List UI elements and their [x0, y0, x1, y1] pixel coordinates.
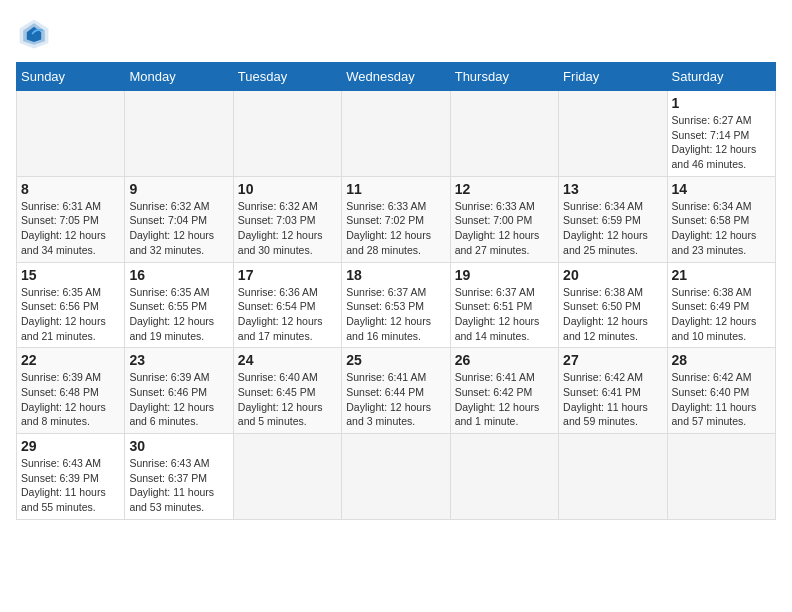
day-number: 30 — [129, 438, 228, 454]
calendar-day-cell: 24Sunrise: 6:40 AMSunset: 6:45 PMDayligh… — [233, 348, 341, 434]
calendar-day-cell: 12Sunrise: 6:33 AMSunset: 7:00 PMDayligh… — [450, 176, 558, 262]
day-info: Sunrise: 6:39 AMSunset: 6:46 PMDaylight:… — [129, 370, 228, 429]
calendar-day-cell: 23Sunrise: 6:39 AMSunset: 6:46 PMDayligh… — [125, 348, 233, 434]
day-info: Sunrise: 6:43 AMSunset: 6:37 PMDaylight:… — [129, 456, 228, 515]
calendar-day-cell — [559, 91, 667, 177]
weekday-header-cell: Sunday — [17, 63, 125, 91]
calendar-day-cell: 27Sunrise: 6:42 AMSunset: 6:41 PMDayligh… — [559, 348, 667, 434]
day-number: 21 — [672, 267, 771, 283]
logo — [16, 16, 56, 52]
day-number: 24 — [238, 352, 337, 368]
day-number: 29 — [21, 438, 120, 454]
day-number: 16 — [129, 267, 228, 283]
day-number: 12 — [455, 181, 554, 197]
day-info: Sunrise: 6:35 AMSunset: 6:55 PMDaylight:… — [129, 285, 228, 344]
day-info: Sunrise: 6:40 AMSunset: 6:45 PMDaylight:… — [238, 370, 337, 429]
day-number: 18 — [346, 267, 445, 283]
calendar-day-cell: 15Sunrise: 6:35 AMSunset: 6:56 PMDayligh… — [17, 262, 125, 348]
calendar-day-cell — [342, 91, 450, 177]
day-info: Sunrise: 6:36 AMSunset: 6:54 PMDaylight:… — [238, 285, 337, 344]
day-number: 17 — [238, 267, 337, 283]
day-info: Sunrise: 6:32 AMSunset: 7:04 PMDaylight:… — [129, 199, 228, 258]
weekday-header-cell: Monday — [125, 63, 233, 91]
weekday-header-row: SundayMondayTuesdayWednesdayThursdayFrid… — [17, 63, 776, 91]
day-number: 14 — [672, 181, 771, 197]
day-number: 19 — [455, 267, 554, 283]
day-info: Sunrise: 6:34 AMSunset: 6:59 PMDaylight:… — [563, 199, 662, 258]
calendar-week-row: 15Sunrise: 6:35 AMSunset: 6:56 PMDayligh… — [17, 262, 776, 348]
calendar-week-row: 29Sunrise: 6:43 AMSunset: 6:39 PMDayligh… — [17, 434, 776, 520]
page-header — [16, 16, 776, 52]
day-number: 20 — [563, 267, 662, 283]
weekday-header-cell: Thursday — [450, 63, 558, 91]
calendar-day-cell: 29Sunrise: 6:43 AMSunset: 6:39 PMDayligh… — [17, 434, 125, 520]
day-info: Sunrise: 6:41 AMSunset: 6:44 PMDaylight:… — [346, 370, 445, 429]
calendar-day-cell — [559, 434, 667, 520]
day-info: Sunrise: 6:37 AMSunset: 6:51 PMDaylight:… — [455, 285, 554, 344]
day-number: 11 — [346, 181, 445, 197]
calendar-day-cell: 22Sunrise: 6:39 AMSunset: 6:48 PMDayligh… — [17, 348, 125, 434]
day-info: Sunrise: 6:33 AMSunset: 7:02 PMDaylight:… — [346, 199, 445, 258]
day-number: 15 — [21, 267, 120, 283]
calendar-day-cell: 1Sunrise: 6:27 AMSunset: 7:14 PMDaylight… — [667, 91, 775, 177]
calendar-day-cell: 25Sunrise: 6:41 AMSunset: 6:44 PMDayligh… — [342, 348, 450, 434]
day-info: Sunrise: 6:42 AMSunset: 6:40 PMDaylight:… — [672, 370, 771, 429]
weekday-header-cell: Friday — [559, 63, 667, 91]
calendar-day-cell — [233, 91, 341, 177]
day-number: 28 — [672, 352, 771, 368]
calendar-week-row: 1Sunrise: 6:27 AMSunset: 7:14 PMDaylight… — [17, 91, 776, 177]
calendar-day-cell: 10Sunrise: 6:32 AMSunset: 7:03 PMDayligh… — [233, 176, 341, 262]
day-info: Sunrise: 6:42 AMSunset: 6:41 PMDaylight:… — [563, 370, 662, 429]
day-info: Sunrise: 6:27 AMSunset: 7:14 PMDaylight:… — [672, 113, 771, 172]
calendar-day-cell: 16Sunrise: 6:35 AMSunset: 6:55 PMDayligh… — [125, 262, 233, 348]
day-info: Sunrise: 6:31 AMSunset: 7:05 PMDaylight:… — [21, 199, 120, 258]
day-info: Sunrise: 6:32 AMSunset: 7:03 PMDaylight:… — [238, 199, 337, 258]
day-info: Sunrise: 6:38 AMSunset: 6:49 PMDaylight:… — [672, 285, 771, 344]
day-number: 22 — [21, 352, 120, 368]
day-info: Sunrise: 6:41 AMSunset: 6:42 PMDaylight:… — [455, 370, 554, 429]
calendar-day-cell: 17Sunrise: 6:36 AMSunset: 6:54 PMDayligh… — [233, 262, 341, 348]
calendar-table: SundayMondayTuesdayWednesdayThursdayFrid… — [16, 62, 776, 520]
day-info: Sunrise: 6:34 AMSunset: 6:58 PMDaylight:… — [672, 199, 771, 258]
weekday-header-cell: Saturday — [667, 63, 775, 91]
calendar-day-cell: 13Sunrise: 6:34 AMSunset: 6:59 PMDayligh… — [559, 176, 667, 262]
calendar-day-cell: 28Sunrise: 6:42 AMSunset: 6:40 PMDayligh… — [667, 348, 775, 434]
logo-icon — [16, 16, 52, 52]
day-number: 23 — [129, 352, 228, 368]
calendar-day-cell — [450, 91, 558, 177]
calendar-day-cell: 26Sunrise: 6:41 AMSunset: 6:42 PMDayligh… — [450, 348, 558, 434]
day-number: 13 — [563, 181, 662, 197]
calendar-day-cell: 19Sunrise: 6:37 AMSunset: 6:51 PMDayligh… — [450, 262, 558, 348]
weekday-header-cell: Wednesday — [342, 63, 450, 91]
day-info: Sunrise: 6:43 AMSunset: 6:39 PMDaylight:… — [21, 456, 120, 515]
day-info: Sunrise: 6:35 AMSunset: 6:56 PMDaylight:… — [21, 285, 120, 344]
day-info: Sunrise: 6:39 AMSunset: 6:48 PMDaylight:… — [21, 370, 120, 429]
day-number: 8 — [21, 181, 120, 197]
calendar-day-cell — [667, 434, 775, 520]
calendar-day-cell: 8Sunrise: 6:31 AMSunset: 7:05 PMDaylight… — [17, 176, 125, 262]
calendar-day-cell: 18Sunrise: 6:37 AMSunset: 6:53 PMDayligh… — [342, 262, 450, 348]
calendar-day-cell — [17, 91, 125, 177]
calendar-body: 1Sunrise: 6:27 AMSunset: 7:14 PMDaylight… — [17, 91, 776, 520]
day-number: 1 — [672, 95, 771, 111]
calendar-week-row: 22Sunrise: 6:39 AMSunset: 6:48 PMDayligh… — [17, 348, 776, 434]
calendar-day-cell: 30Sunrise: 6:43 AMSunset: 6:37 PMDayligh… — [125, 434, 233, 520]
day-info: Sunrise: 6:37 AMSunset: 6:53 PMDaylight:… — [346, 285, 445, 344]
calendar-day-cell: 21Sunrise: 6:38 AMSunset: 6:49 PMDayligh… — [667, 262, 775, 348]
calendar-day-cell — [342, 434, 450, 520]
calendar-day-cell — [125, 91, 233, 177]
day-number: 25 — [346, 352, 445, 368]
calendar-day-cell: 14Sunrise: 6:34 AMSunset: 6:58 PMDayligh… — [667, 176, 775, 262]
calendar-day-cell: 9Sunrise: 6:32 AMSunset: 7:04 PMDaylight… — [125, 176, 233, 262]
weekday-header-cell: Tuesday — [233, 63, 341, 91]
calendar-day-cell — [450, 434, 558, 520]
day-info: Sunrise: 6:38 AMSunset: 6:50 PMDaylight:… — [563, 285, 662, 344]
day-number: 27 — [563, 352, 662, 368]
day-number: 9 — [129, 181, 228, 197]
day-number: 10 — [238, 181, 337, 197]
day-number: 26 — [455, 352, 554, 368]
calendar-day-cell — [233, 434, 341, 520]
calendar-week-row: 8Sunrise: 6:31 AMSunset: 7:05 PMDaylight… — [17, 176, 776, 262]
calendar-day-cell: 20Sunrise: 6:38 AMSunset: 6:50 PMDayligh… — [559, 262, 667, 348]
calendar-day-cell: 11Sunrise: 6:33 AMSunset: 7:02 PMDayligh… — [342, 176, 450, 262]
